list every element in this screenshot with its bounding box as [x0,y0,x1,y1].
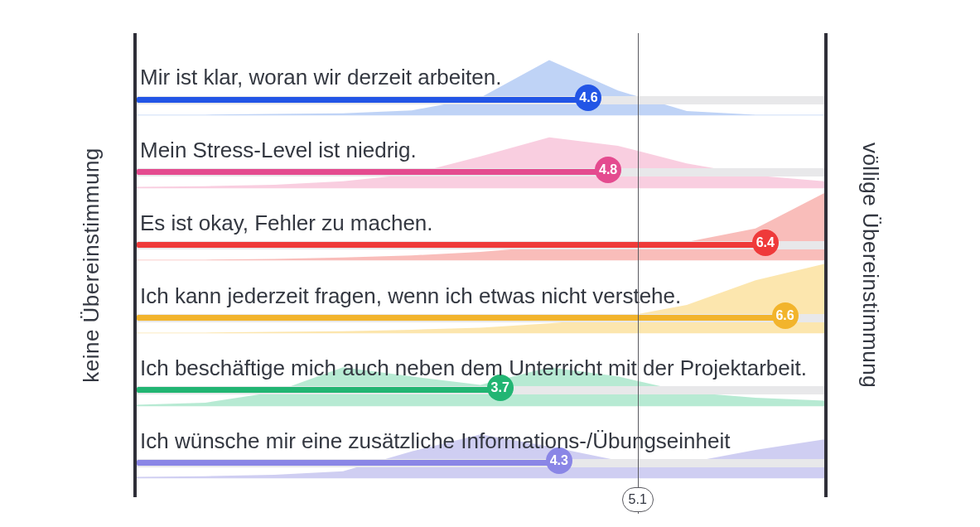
chart-container: keine Übereinstimmung völlige Übereinsti… [137,33,824,497]
question-label: Ich beschäftige mich auch neben dem Unte… [140,355,821,381]
value-bar [137,460,559,466]
average-line [638,33,640,514]
axis-label-right: völlige Übereinstimmung [857,143,883,388]
chart-row: 6.4Es ist okay, Fehler zu machen. [137,190,824,263]
chart-rows: 4.6Mir ist klar, woran wir derzeit arbei… [137,45,824,481]
axis-line-right [824,33,828,497]
chart-row: 4.8Mein Stress-Level ist niedrig. [137,118,824,191]
chart-row: 4.3Ich wünsche mir eine zusätzliche Info… [137,408,824,481]
chart-row: 4.6Mir ist klar, woran wir derzeit arbei… [137,45,824,118]
value-bar [137,242,765,248]
chart-row: 6.6Ich kann jederzeit fragen, wenn ich e… [137,263,824,336]
value-bar [137,387,500,393]
axis-label-left: keine Übereinstimmung [79,147,104,383]
question-label: Ich wünsche mir eine zusätzliche Informa… [140,428,821,454]
question-label: Mein Stress-Level ist niedrig. [140,138,821,163]
question-label: Es ist okay, Fehler zu machen. [140,210,821,236]
value-bar [137,315,785,321]
average-badge: 5.1 [622,487,654,512]
question-label: Ich kann jederzeit fragen, wenn ich etwa… [140,283,821,309]
chart-row: 3.7Ich beschäftige mich auch neben dem U… [137,336,824,409]
value-bar [137,97,588,103]
value-bar [137,169,608,175]
question-label: Mir ist klar, woran wir derzeit arbeiten… [140,65,821,90]
